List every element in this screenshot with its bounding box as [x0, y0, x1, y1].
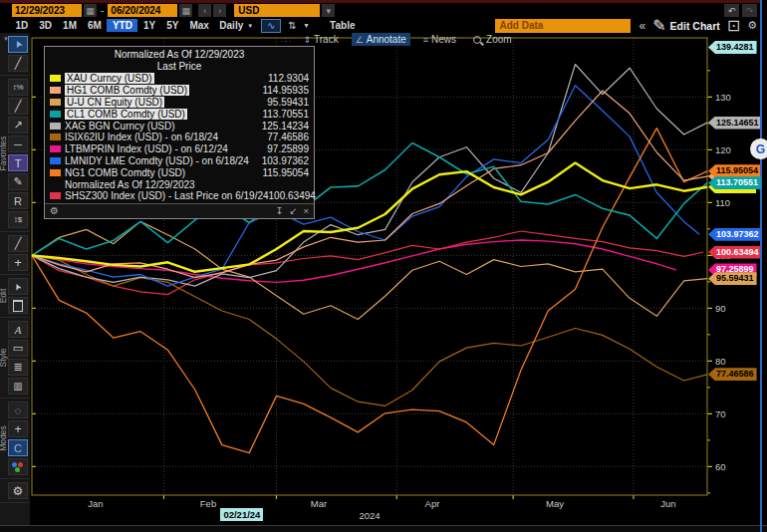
legend-close-icon[interactable]: × — [303, 205, 309, 216]
period-button-ytd[interactable]: YTD — [107, 19, 137, 32]
regression-icon[interactable]: R — [8, 192, 28, 209]
help-bubble-button[interactable]: G — [750, 138, 767, 159]
period-button-1m[interactable]: 1M — [58, 19, 83, 32]
currency-dropdown-icon[interactable]: ▾ — [322, 4, 335, 17]
period-buttons: 1D3D1M6MYTD1Y5YMax — [10, 19, 214, 32]
legend-row-hg1[interactable]: HG1 COMB Comdty (USD)114.95935 — [50, 85, 309, 97]
series-swatch-icon — [50, 133, 61, 140]
series-label: LTBMPRIN Index (USD) - on 6/12/24 — [65, 143, 228, 154]
legend-pin-icon[interactable]: ↧ — [276, 205, 284, 216]
text-icon[interactable]: T — [8, 154, 28, 171]
series-label: ISIX62IU Index (USD) - on 6/18/24 — [65, 132, 218, 142]
move-icon[interactable]: + — [8, 254, 28, 271]
sidebar-section-label: Style — [0, 349, 8, 368]
track-label: Track — [314, 34, 339, 45]
series-label: SHSZ300 Index (USD) - Last Price on 6/19… — [65, 190, 269, 201]
news-button[interactable]: ≡News — [419, 33, 460, 46]
next-range-button[interactable]: › — [213, 4, 226, 17]
lasso-icon[interactable]: ◌ — [8, 401, 28, 418]
chart-options-dropdown-icon[interactable]: ▾ — [301, 21, 313, 30]
annotate-line-icon[interactable]: ╱ — [8, 55, 28, 72]
brush-icon[interactable]: ✎ — [8, 173, 28, 190]
currency-select[interactable]: USD — [234, 4, 320, 17]
start-calendar-icon[interactable]: ▦ — [84, 4, 97, 17]
period-button-1y[interactable]: 1Y — [137, 19, 160, 32]
chart-type-button[interactable]: ∿ — [261, 19, 281, 33]
series-label: XAG BGN Curncy (USD) — [65, 121, 175, 132]
legend-row-cl1[interactable]: CL1 COMB Comdty (USD)113.70551 — [50, 108, 309, 120]
arrow-line-icon[interactable]: ↗ — [8, 117, 28, 133]
period-button-3d[interactable]: 3D — [34, 19, 58, 32]
chart-legend[interactable]: Normalized As Of 12/29/2023 Last Price X… — [44, 46, 315, 219]
collapse-panel-icon[interactable]: « — [639, 19, 645, 33]
add-data-input[interactable] — [495, 19, 631, 33]
settings-icon[interactable]: ⚙ — [8, 482, 28, 499]
prev-range-button[interactable]: ‹ — [198, 4, 211, 17]
edit-chart-label: Edit Chart — [670, 20, 720, 32]
svg-text:May: May — [546, 498, 564, 509]
legend-row-ltbm[interactable]: LTBMPRIN Index (USD) - on 6/12/2497.2589… — [50, 143, 309, 155]
period-button-5y[interactable]: 5Y — [161, 19, 184, 32]
dollar-range-icon[interactable]: ↕$ — [8, 211, 28, 228]
sidebar-section-favorites: Favorites↕%╱↗─T✎R↕$ — [0, 76, 30, 232]
select-plus-icon[interactable]: ➤ — [8, 278, 28, 295]
series-swatch-icon — [50, 99, 61, 106]
legend-row-isix[interactable]: ISIX62IU Index (USD) - on 6/18/2477.4658… — [50, 132, 309, 143]
start-date-input[interactable]: 12/29/2023 — [12, 4, 82, 17]
legend-row-xag[interactable]: XAG BGN Curncy (USD)125.14234 — [50, 120, 309, 132]
end-calendar-icon[interactable]: ▦ — [179, 4, 192, 17]
trash-icon[interactable] — [8, 297, 28, 314]
series-swatch-icon — [50, 157, 61, 164]
svg-text:Mar: Mar — [311, 498, 327, 509]
annotation-sidebar: ▼ ➤╱Favorites↕%╱↗─T✎R↕$╱+Edit➤StyleA▭≣▥M… — [0, 33, 30, 532]
pencil-icon: ✎ — [652, 16, 665, 35]
track-value-tag: 139.4281 — [708, 41, 757, 54]
svg-text:Jun: Jun — [660, 498, 675, 509]
legend-row-uu[interactable]: U-U CN Equity (USD)95.59431 — [50, 97, 309, 109]
percent-range-icon[interactable]: ↕% — [8, 79, 28, 96]
line-icon[interactable]: ╱ — [8, 235, 28, 252]
series-label: U-U CN Equity (USD) — [65, 97, 164, 108]
legend-row-lmnidy[interactable]: LMNIDY LME Comdty (USD) - on 6/18/24103.… — [50, 155, 309, 167]
table-button[interactable]: Table — [325, 19, 361, 32]
legend-row-xau[interactable]: XAU Curncy (USD)112.9304 — [50, 73, 309, 85]
ruler-icon[interactable]: ▥ — [8, 378, 28, 395]
rectangle-icon[interactable]: ▭ — [8, 340, 28, 357]
magnet-icon[interactable]: C — [8, 439, 28, 456]
cursor-icon[interactable]: ➤ — [8, 36, 28, 53]
line-style-icon[interactable]: ≣ — [8, 359, 28, 376]
font-icon[interactable]: A — [8, 321, 28, 338]
horizontal-line-icon[interactable]: ─ — [8, 135, 28, 152]
annotate-button[interactable]: ∠Annotate — [352, 33, 410, 46]
gear-icon[interactable]: ⚙ — [747, 19, 757, 32]
axis-tag-uu: 95.59431 — [708, 272, 757, 285]
legend-collapse-icon[interactable]: ↙ — [289, 205, 297, 216]
frequency-dropdown[interactable]: Daily ▼ — [214, 19, 258, 32]
crosshair-icon[interactable]: + — [8, 420, 28, 437]
colors-icon[interactable] — [8, 458, 28, 475]
series-last-price: 103.97362 — [262, 155, 309, 166]
track-button[interactable]: ⇕Track — [299, 33, 342, 46]
period-button-6m[interactable]: 6M — [83, 19, 108, 32]
zoom-button[interactable]: Zoom — [469, 33, 516, 46]
drag-handle-icon[interactable]: ∷∷ — [281, 35, 290, 45]
sidebar-section: ⚙ — [0, 479, 30, 503]
axis-tag-cl1: 113.70551 — [708, 176, 761, 189]
bloomberg-chart-window: 12/29/2023 ▦ - 06/20/2024 ▦ ‹ › USD ▾ ↶ … — [0, 0, 767, 532]
svg-text:60: 60 — [715, 461, 726, 472]
period-button-max[interactable]: Max — [184, 19, 214, 32]
svg-text:80: 80 — [715, 356, 726, 367]
compare-sort-icon[interactable]: ⇅ — [284, 20, 300, 31]
legend-row-shsz[interactable]: SHSZ300 Index (USD) - Last Price on 6/19… — [50, 190, 309, 202]
period-button-1d[interactable]: 1D — [10, 19, 34, 32]
legend-row-ng1[interactable]: NG1 COMB Comdty (USD)115.95054 — [50, 166, 309, 178]
end-date-input[interactable]: 06/20/2024 — [108, 4, 177, 17]
legend-subtitle: Last Price — [50, 61, 309, 73]
date-range-separator: - — [101, 5, 104, 16]
window-bottom-bar — [0, 525, 767, 532]
legend-note-label: Normalized As Of 12/29/2023 — [65, 179, 195, 190]
edit-chart-button[interactable]: ✎ Edit Chart — [652, 16, 720, 35]
chart-settings-panel-icon[interactable]: ⊡ — [727, 16, 740, 35]
legend-gear-icon[interactable]: ⚙ — [50, 205, 59, 216]
trendline-icon[interactable]: ╱ — [8, 98, 28, 115]
